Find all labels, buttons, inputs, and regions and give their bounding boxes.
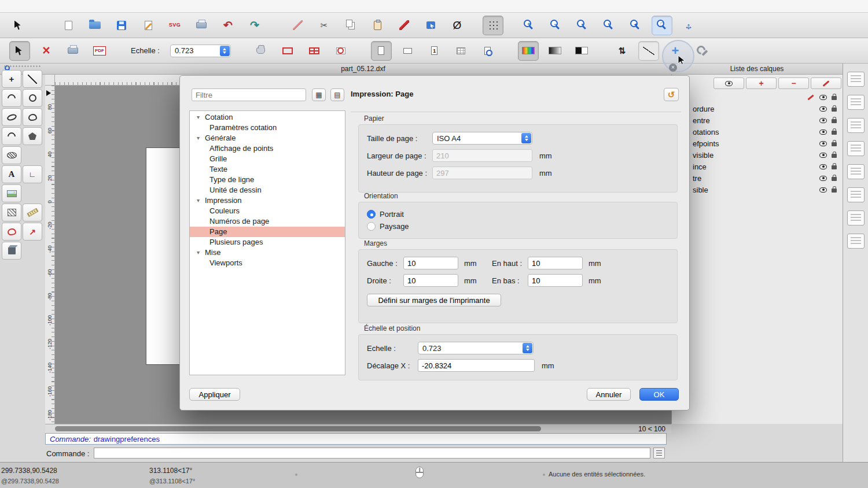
leader-tool[interactable]: ↗ [23,223,42,241]
zoom-out-icon[interactable]: − [545,16,566,35]
layer-lock-icon[interactable] [832,177,837,181]
no-fill-icon[interactable]: Ø [447,16,468,35]
snap-center-icon[interactable] [330,41,351,61]
paysage-radio[interactable]: Paysage [367,221,669,232]
remove-layer-button[interactable]: − [778,77,809,89]
tree-item[interactable]: Générale [190,133,345,143]
tree-item[interactable]: Page [190,227,345,237]
zoom-auto-icon[interactable]: ▪ [572,16,593,35]
expand-all-icon[interactable] [312,88,326,101]
tree-item[interactable]: Couleurs [190,206,345,216]
view-list-icon[interactable] [847,141,865,156]
zoom-in-icon[interactable]: + [518,16,539,35]
layer-lock-icon[interactable] [832,96,837,100]
tree-item[interactable]: Affichage de points [190,143,345,154]
grid-display-icon[interactable] [451,41,472,61]
tree-item[interactable]: Impression [190,195,345,206]
ellipse-tool[interactable] [2,108,21,126]
portrait-radio[interactable]: Portrait [367,209,669,220]
black-white-icon[interactable] [571,41,592,61]
new-file-icon[interactable] [58,16,79,35]
layer-visibility-icon[interactable] [819,153,827,158]
reset-defaults-icon[interactable] [664,88,679,101]
undo-icon[interactable]: ↶ [218,16,238,35]
edit-drawing-icon[interactable] [138,16,159,35]
offset-x-input[interactable] [418,359,535,372]
horizontal-scrollbar[interactable]: 10 < 100 [45,424,671,433]
tree-item[interactable]: Cotation [190,112,345,123]
library-browser-icon[interactable] [847,164,865,179]
edit-layer-button[interactable] [811,77,841,89]
redo-icon[interactable]: ↷ [244,16,265,35]
command-history-button[interactable] [653,448,665,459]
zoom-window-icon[interactable]: □ [652,16,672,35]
printer-margins-button[interactable]: Défini sur marges de l'imprimante [367,294,501,306]
full-color-icon[interactable] [518,41,539,61]
zoom-selection-icon[interactable]: • [598,16,619,35]
layer-visibility-icon[interactable] [819,176,827,181]
select-mode-icon[interactable] [420,16,441,35]
close-drawing-icon[interactable]: × [36,41,57,61]
info-panel-icon[interactable] [847,234,865,249]
filter-input[interactable] [192,88,306,101]
tree-item[interactable]: Viewports [190,258,345,268]
layer-list-icon[interactable] [847,95,865,110]
apply-button[interactable]: Appliquer [189,388,240,401]
collapse-all-icon[interactable] [330,88,344,101]
layer-visibility-icon[interactable] [819,130,827,135]
layer-visibility-icon[interactable] [819,95,827,100]
otations[interactable]: otations [672,126,843,138]
tree-item[interactable]: Grille [190,154,345,164]
margin-left-input[interactable] [403,257,458,269]
restrict-rect-icon[interactable] [277,41,298,61]
ordure[interactable]: ordure [672,103,843,114]
pattern-tool[interactable] [2,204,21,221]
circle-tool[interactable] [23,89,42,107]
svg-export-icon[interactable]: SVG [164,16,185,35]
layer-visibility-icon[interactable] [819,187,827,193]
selection-filter-icon[interactable] [847,210,865,225]
zoom-page-icon[interactable] [477,41,498,61]
tree-item[interactable]: Mise [190,247,345,258]
layer-lock-icon[interactable] [832,119,837,123]
layer-row[interactable] [672,91,843,103]
property-editor-icon[interactable] [847,72,865,87]
tree-item[interactable]: Paramètres cotation [190,123,345,133]
auto-fit-icon[interactable]: ⇅ [612,41,632,61]
layer-visibility-icon[interactable] [819,106,827,112]
margin-right-input[interactable] [403,274,458,287]
preferences-wrench-icon[interactable] [692,41,712,61]
print-export-icon[interactable] [62,41,83,61]
ince[interactable]: ince [672,161,843,172]
margin-top-input[interactable] [528,257,583,269]
pan-icon[interactable] [678,16,699,35]
page-height-input[interactable] [432,167,532,179]
hatch-tool[interactable] [2,146,21,164]
snap-hand-icon[interactable] [251,41,271,61]
shape-tool[interactable] [2,223,21,241]
solid-tool[interactable] [2,242,21,260]
margin-bottom-input[interactable] [528,274,583,287]
open-file-icon[interactable] [84,16,105,35]
spline-tool[interactable] [2,127,21,145]
ok-button[interactable]: OK [639,388,679,401]
tre[interactable]: tre [672,172,843,184]
single-page-icon[interactable]: 1 [424,41,445,61]
layer-visibility-icon[interactable] [819,118,827,123]
layer-visibility-icon[interactable] [819,141,827,146]
layer-lock-icon[interactable] [832,154,837,158]
page-portrait-icon[interactable] [371,41,392,61]
tree-item[interactable]: Texte [190,164,345,175]
layer-visibility-button[interactable] [713,77,744,89]
image-tool[interactable] [2,184,21,202]
edit-pen-icon[interactable] [287,16,308,35]
polygon-tool[interactable] [23,127,42,145]
draw-pen-icon[interactable] [393,16,414,35]
pointer-mode-icon[interactable] [9,41,30,61]
point-tool[interactable]: + [2,70,21,88]
arc-tool[interactable] [2,89,21,107]
paste-icon[interactable] [367,16,388,35]
cancel-button[interactable]: Annuler [587,388,631,401]
polyline-tool[interactable] [23,108,42,126]
visible[interactable]: visible [672,149,843,161]
